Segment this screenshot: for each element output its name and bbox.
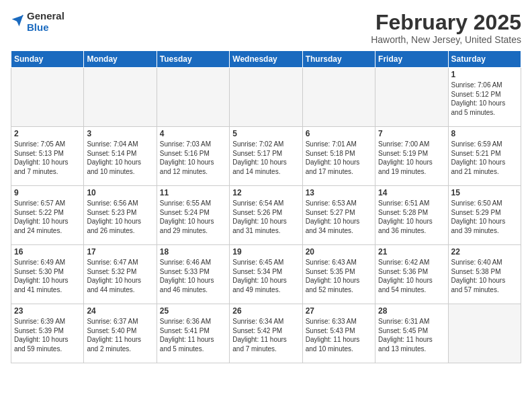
calendar-cell: 1Sunrise: 7:06 AM Sunset: 5:12 PM Daylig… bbox=[448, 68, 521, 127]
day-number: 5 bbox=[232, 129, 299, 138]
calendar-cell: 28Sunrise: 6:31 AM Sunset: 5:45 PM Dayli… bbox=[375, 304, 448, 363]
day-number: 18 bbox=[160, 247, 226, 257]
day-info: Sunrise: 7:01 AM Sunset: 5:18 PM Dayligh… bbox=[306, 140, 372, 176]
day-number: 4 bbox=[160, 129, 226, 138]
day-info: Sunrise: 7:02 AM Sunset: 5:17 PM Dayligh… bbox=[232, 140, 299, 176]
calendar-cell: 24Sunrise: 6:37 AM Sunset: 5:40 PM Dayli… bbox=[84, 304, 157, 363]
calendar-cell bbox=[302, 68, 375, 127]
month-title: February 2025 bbox=[371, 11, 521, 34]
calendar-cell: 23Sunrise: 6:39 AM Sunset: 5:39 PM Dayli… bbox=[11, 304, 84, 363]
calendar-cell: 3Sunrise: 7:04 AM Sunset: 5:14 PM Daylig… bbox=[84, 127, 157, 186]
day-number: 7 bbox=[378, 129, 445, 138]
day-number: 6 bbox=[306, 129, 372, 138]
day-info: Sunrise: 6:54 AM Sunset: 5:26 PM Dayligh… bbox=[232, 199, 299, 235]
calendar-table: Sunday Monday Tuesday Wednesday Thursday… bbox=[11, 50, 521, 363]
day-number: 16 bbox=[14, 247, 81, 257]
day-info: Sunrise: 6:50 AM Sunset: 5:29 PM Dayligh… bbox=[451, 199, 518, 235]
calendar-cell: 10Sunrise: 6:56 AM Sunset: 5:23 PM Dayli… bbox=[84, 186, 157, 245]
day-info: Sunrise: 7:06 AM Sunset: 5:12 PM Dayligh… bbox=[451, 81, 518, 117]
calendar-cell bbox=[230, 68, 302, 127]
calendar-cell bbox=[11, 68, 84, 127]
day-info: Sunrise: 6:40 AM Sunset: 5:38 PM Dayligh… bbox=[451, 258, 518, 294]
day-number: 28 bbox=[378, 306, 445, 316]
day-info: Sunrise: 6:42 AM Sunset: 5:36 PM Dayligh… bbox=[378, 258, 445, 294]
calendar-cell: 21Sunrise: 6:42 AM Sunset: 5:36 PM Dayli… bbox=[375, 245, 448, 304]
day-info: Sunrise: 6:51 AM Sunset: 5:28 PM Dayligh… bbox=[378, 199, 445, 235]
day-number: 26 bbox=[232, 306, 299, 316]
day-info: Sunrise: 6:57 AM Sunset: 5:22 PM Dayligh… bbox=[14, 199, 81, 235]
calendar-week-0: 1Sunrise: 7:06 AM Sunset: 5:12 PM Daylig… bbox=[11, 68, 521, 127]
logo-general: General bbox=[27, 11, 64, 22]
day-number: 11 bbox=[160, 188, 226, 197]
day-number: 13 bbox=[306, 188, 372, 197]
day-info: Sunrise: 6:47 AM Sunset: 5:32 PM Dayligh… bbox=[87, 258, 153, 294]
day-info: Sunrise: 6:46 AM Sunset: 5:33 PM Dayligh… bbox=[160, 258, 226, 294]
calendar-cell: 5Sunrise: 7:02 AM Sunset: 5:17 PM Daylig… bbox=[230, 127, 302, 186]
calendar-cell: 15Sunrise: 6:50 AM Sunset: 5:29 PM Dayli… bbox=[448, 186, 521, 245]
col-friday: Friday bbox=[375, 51, 448, 68]
calendar-cell: 19Sunrise: 6:45 AM Sunset: 5:34 PM Dayli… bbox=[230, 245, 302, 304]
calendar-cell: 4Sunrise: 7:03 AM Sunset: 5:16 PM Daylig… bbox=[157, 127, 229, 186]
day-info: Sunrise: 6:45 AM Sunset: 5:34 PM Dayligh… bbox=[232, 258, 299, 294]
calendar-cell: 16Sunrise: 6:49 AM Sunset: 5:30 PM Dayli… bbox=[11, 245, 84, 304]
day-info: Sunrise: 6:31 AM Sunset: 5:45 PM Dayligh… bbox=[378, 317, 445, 353]
logo: General Blue bbox=[11, 11, 64, 33]
col-wednesday: Wednesday bbox=[230, 51, 302, 68]
title-block: February 2025 Haworth, New Jersey, Unite… bbox=[371, 11, 521, 45]
calendar-cell bbox=[157, 68, 229, 127]
day-number: 9 bbox=[14, 188, 81, 197]
day-number: 19 bbox=[232, 247, 299, 257]
calendar-cell: 6Sunrise: 7:01 AM Sunset: 5:18 PM Daylig… bbox=[302, 127, 375, 186]
calendar-cell bbox=[448, 304, 521, 363]
day-number: 20 bbox=[306, 247, 372, 257]
calendar-cell: 7Sunrise: 7:00 AM Sunset: 5:19 PM Daylig… bbox=[375, 127, 448, 186]
calendar-week-3: 16Sunrise: 6:49 AM Sunset: 5:30 PM Dayli… bbox=[11, 245, 521, 304]
col-monday: Monday bbox=[84, 51, 157, 68]
day-info: Sunrise: 6:43 AM Sunset: 5:35 PM Dayligh… bbox=[306, 258, 372, 294]
day-info: Sunrise: 6:33 AM Sunset: 5:43 PM Dayligh… bbox=[306, 317, 372, 353]
calendar-week-4: 23Sunrise: 6:39 AM Sunset: 5:39 PM Dayli… bbox=[11, 304, 521, 363]
calendar-cell: 17Sunrise: 6:47 AM Sunset: 5:32 PM Dayli… bbox=[84, 245, 157, 304]
calendar-cell: 8Sunrise: 6:59 AM Sunset: 5:21 PM Daylig… bbox=[448, 127, 521, 186]
calendar-cell: 14Sunrise: 6:51 AM Sunset: 5:28 PM Dayli… bbox=[375, 186, 448, 245]
location: Haworth, New Jersey, United States bbox=[371, 34, 521, 45]
day-number: 17 bbox=[87, 247, 153, 257]
calendar-cell: 20Sunrise: 6:43 AM Sunset: 5:35 PM Dayli… bbox=[302, 245, 375, 304]
day-number: 10 bbox=[87, 188, 153, 197]
day-number: 1 bbox=[451, 70, 518, 79]
day-number: 24 bbox=[87, 306, 153, 316]
col-thursday: Thursday bbox=[302, 51, 375, 68]
calendar-cell bbox=[84, 68, 157, 127]
calendar-cell: 2Sunrise: 7:05 AM Sunset: 5:13 PM Daylig… bbox=[11, 127, 84, 186]
calendar-cell: 12Sunrise: 6:54 AM Sunset: 5:26 PM Dayli… bbox=[230, 186, 302, 245]
calendar-cell: 26Sunrise: 6:34 AM Sunset: 5:42 PM Dayli… bbox=[230, 304, 302, 363]
day-info: Sunrise: 7:05 AM Sunset: 5:13 PM Dayligh… bbox=[14, 140, 81, 176]
day-number: 8 bbox=[451, 129, 518, 138]
page-header: General Blue February 2025 Haworth, New … bbox=[11, 11, 521, 45]
day-number: 27 bbox=[306, 306, 372, 316]
day-number: 3 bbox=[87, 129, 153, 138]
day-info: Sunrise: 6:34 AM Sunset: 5:42 PM Dayligh… bbox=[232, 317, 299, 353]
calendar-cell bbox=[375, 68, 448, 127]
calendar-week-1: 2Sunrise: 7:05 AM Sunset: 5:13 PM Daylig… bbox=[11, 127, 521, 186]
day-number: 23 bbox=[14, 306, 81, 316]
logo-blue: Blue bbox=[27, 22, 64, 34]
day-info: Sunrise: 7:00 AM Sunset: 5:19 PM Dayligh… bbox=[378, 140, 445, 176]
calendar-cell: 18Sunrise: 6:46 AM Sunset: 5:33 PM Dayli… bbox=[157, 245, 229, 304]
day-number: 12 bbox=[232, 188, 299, 197]
day-number: 22 bbox=[451, 247, 518, 257]
day-info: Sunrise: 6:39 AM Sunset: 5:39 PM Dayligh… bbox=[14, 317, 81, 353]
day-info: Sunrise: 6:37 AM Sunset: 5:40 PM Dayligh… bbox=[87, 317, 153, 353]
calendar-header-row: Sunday Monday Tuesday Wednesday Thursday… bbox=[11, 51, 521, 68]
bird-icon bbox=[11, 14, 24, 28]
day-info: Sunrise: 6:56 AM Sunset: 5:23 PM Dayligh… bbox=[87, 199, 153, 235]
day-info: Sunrise: 7:03 AM Sunset: 5:16 PM Dayligh… bbox=[160, 140, 226, 176]
day-info: Sunrise: 6:49 AM Sunset: 5:30 PM Dayligh… bbox=[14, 258, 81, 294]
page-container: General Blue February 2025 Haworth, New … bbox=[0, 0, 532, 411]
calendar-cell: 9Sunrise: 6:57 AM Sunset: 5:22 PM Daylig… bbox=[11, 186, 84, 245]
day-info: Sunrise: 6:55 AM Sunset: 5:24 PM Dayligh… bbox=[160, 199, 226, 235]
day-number: 21 bbox=[378, 247, 445, 257]
day-info: Sunrise: 6:59 AM Sunset: 5:21 PM Dayligh… bbox=[451, 140, 518, 176]
col-sunday: Sunday bbox=[11, 51, 84, 68]
day-number: 14 bbox=[378, 188, 445, 197]
